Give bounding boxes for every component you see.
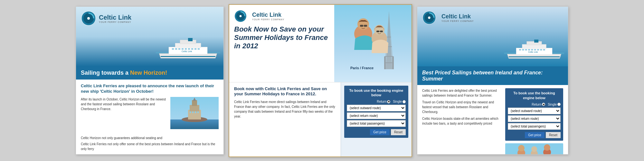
center-radio-row: Return Single — [347, 100, 406, 103]
right-select-return[interactable]: (select return route) — [508, 115, 561, 122]
svg-rect-8 — [172, 48, 174, 50]
center-hero-svg: Paris / France — [334, 5, 412, 82]
center-bottom-right: To book use the booking engine below Ret… — [341, 82, 412, 157]
center-radio-single-label: Single — [393, 100, 406, 103]
right-select-passengers[interactable]: (select total passengers) — [508, 123, 561, 130]
center-select-passengers[interactable]: (select total passengers) — [347, 120, 406, 127]
left-banner-normal: Sailing towards a — [81, 70, 130, 76]
svg-rect-68 — [537, 49, 539, 51]
right-logo-main: Celtic Link — [441, 13, 474, 20]
center-sub-headline: Book now with Celtic Link Ferries and Sa… — [234, 86, 336, 97]
center-main-headline: Book Now to Save on your Summer Holidays… — [234, 25, 329, 51]
svg-text:Celtic Link: Celtic Link — [528, 51, 538, 53]
svg-text:Paris / France: Paris / France — [350, 66, 374, 70]
left-logo-area: Celtic Link YOUR FERRY COMPANY — [81, 11, 131, 26]
center-logo-icon — [234, 10, 247, 23]
svg-rect-18 — [161, 56, 215, 57]
svg-point-56 — [428, 16, 430, 19]
left-headline: Celtic Link Ferries are pleased to annou… — [81, 83, 219, 94]
svg-rect-51 — [380, 31, 383, 32]
center-top-section: Celtic Link YOUR FERRY COMPANY Book Now … — [229, 5, 412, 82]
svg-rect-66 — [531, 49, 533, 51]
right-body-right: To book use the booking engine below Ret… — [505, 88, 563, 155]
right-people-svg — [505, 143, 563, 155]
svg-rect-30 — [197, 111, 199, 113]
center-hero-image: Paris / France — [334, 5, 412, 82]
center-booking-engine: To book use the booking engine below Ret… — [344, 86, 408, 138]
card-center: Celtic Link YOUR FERRY COMPANY Book Now … — [229, 4, 412, 157]
right-radio-return-btn[interactable] — [542, 103, 545, 106]
svg-rect-71 — [534, 40, 538, 43]
left-body-text: After its launch in October, Celtic Hori… — [81, 97, 167, 129]
right-be-buttons: Get price Reset — [508, 132, 561, 138]
center-be-buttons: Get price Reset — [347, 129, 406, 135]
right-radio-single-text: Single — [548, 103, 557, 106]
center-select-return[interactable]: (select return route) — [347, 112, 406, 119]
svg-rect-67 — [534, 49, 536, 51]
left-banner-text: Sailing towards a New Horizon! — [81, 70, 167, 76]
right-get-price-button[interactable]: Get price — [525, 132, 545, 138]
right-select-outward[interactable]: (select outward route) — [508, 108, 561, 114]
center-select-outward[interactable]: (select outward route) — [347, 105, 406, 111]
svg-text:Celtic Link: Celtic Link — [182, 50, 192, 52]
center-logo-area: Celtic Link YOUR FERRY COMPANY — [234, 10, 329, 23]
right-logo-sub: YOUR FERRY COMPANY — [441, 20, 474, 22]
svg-rect-72 — [509, 56, 560, 57]
right-be-title: To book use the booking engine below — [508, 91, 561, 100]
svg-rect-15 — [194, 48, 196, 50]
svg-point-44 — [357, 18, 369, 30]
svg-rect-9 — [175, 48, 177, 50]
right-radio-single-btn[interactable] — [557, 103, 561, 106]
right-logo-icon — [422, 11, 436, 25]
card-right: Celtic Link YOUR FERRY COMPANY — [417, 6, 568, 155]
center-logo-sub: YOUR FERRY COMPANY — [252, 18, 284, 21]
center-be-title: To book use the booking engine below — [347, 88, 406, 98]
svg-point-81 — [544, 144, 550, 151]
right-logo-area: Celtic Link YOUR FERRY COMPANY — [422, 11, 563, 25]
svg-point-2 — [87, 17, 90, 20]
svg-rect-70 — [543, 49, 545, 51]
right-body-content: Celtic Link Ferries are delighted offer … — [417, 85, 568, 155]
left-body-content: Celtic Link Ferries are pleased to annou… — [76, 80, 223, 133]
svg-point-77 — [518, 145, 525, 151]
right-radio-return-text: Return — [532, 103, 541, 106]
center-get-price-button[interactable]: Get price — [370, 129, 390, 135]
right-body-text1: Celtic Link Ferries are delighted offer … — [422, 88, 502, 98]
svg-rect-45 — [360, 25, 363, 27]
left-banner-highlight: New Horizon! — [130, 70, 167, 76]
left-footer-text: Celtic Horizon not only guarantees addit… — [81, 136, 219, 140]
right-radio-single-label: Single — [548, 103, 561, 106]
svg-rect-27 — [190, 111, 191, 113]
svg-rect-11 — [182, 48, 184, 50]
left-logo-main: Celtic Link — [99, 14, 131, 21]
svg-point-33 — [240, 15, 242, 17]
center-radio-single-btn[interactable] — [402, 100, 406, 103]
right-body-text3: Celtic Horizon boasts state-of-the-art a… — [422, 116, 502, 126]
right-body-text2: Travel on Celtic Horizon and enjoy the n… — [422, 100, 502, 114]
center-radio-return-label: Return — [377, 100, 390, 103]
left-body-row: After its launch in October, Celtic Hori… — [81, 97, 219, 129]
card-left: Celtic Link YOUR FERRY COMPANY — [76, 6, 224, 155]
svg-rect-16 — [198, 48, 200, 50]
center-bottom-left: Book now with Celtic Link Ferries and Sa… — [229, 82, 341, 157]
right-reset-button[interactable]: Reset — [546, 132, 561, 138]
center-body-text: Celtic Link Ferries have more direct sai… — [234, 99, 336, 119]
svg-rect-13 — [188, 48, 190, 50]
mont-saint-michel-image — [170, 97, 219, 129]
svg-rect-25 — [192, 100, 197, 106]
right-top-banner: Celtic Link YOUR FERRY COMPANY — [417, 7, 568, 66]
right-booking-engine: To book use the booking engine below Ret… — [505, 88, 563, 141]
left-logo-sub: YOUR FERRY COMPANY — [99, 21, 131, 23]
svg-rect-46 — [364, 25, 367, 27]
svg-rect-17 — [188, 38, 193, 41]
left-blue-banner: Sailing towards a New Horizon! — [76, 66, 223, 80]
center-reset-button[interactable]: Reset — [391, 129, 406, 135]
left-logo-text: Celtic Link YOUR FERRY COMPANY — [99, 14, 131, 23]
right-radio-row: Return Single — [508, 103, 561, 106]
svg-rect-12 — [185, 48, 187, 50]
center-radio-return-btn[interactable] — [387, 100, 390, 103]
center-logo-main: Celtic Link — [252, 12, 284, 18]
center-bottom-section: Book now with Celtic Link Ferries and Sa… — [229, 82, 412, 157]
center-radio-return-text: Return — [377, 100, 386, 103]
svg-rect-28 — [192, 111, 194, 113]
